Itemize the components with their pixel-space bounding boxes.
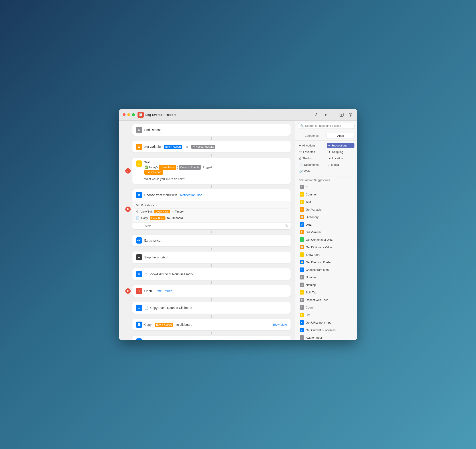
end-repeat-container: ↻ End Repeat — [132, 124, 291, 136]
action-nothing[interactable]: □ Nothing — [298, 281, 355, 289]
cat-favorites[interactable]: ♡ Favorites — [298, 149, 325, 155]
view-edit-block[interactable]: ≡ ⏱ View/Edit Event Noun in Timery — [132, 268, 291, 280]
cat-location[interactable]: ➤ Location — [327, 156, 355, 161]
action-url[interactable]: 🔗 URL — [298, 221, 355, 228]
number-icon: # — [300, 275, 304, 280]
action-if[interactable]: Y If — [298, 183, 355, 191]
minimize-button[interactable] — [127, 113, 130, 116]
titlebar-actions — [314, 112, 354, 118]
choose-menu-label: Choose from Menu — [306, 268, 331, 271]
action-repeat-each[interactable]: ↻ Repeat with Each — [298, 296, 355, 304]
open-time-icon: ⏱ — [136, 288, 142, 294]
tab-categories[interactable]: Categories — [298, 133, 326, 139]
menu-block[interactable]: ≡ Choose from menu with Notification Tit… — [132, 189, 291, 229]
media-icon: ♪ — [328, 163, 330, 166]
action-set-variable[interactable]: X Set Variable — [298, 228, 355, 236]
action-get-variable[interactable]: X Get Variable — [298, 206, 355, 213]
end-repeat-icon: ↻ — [136, 127, 142, 133]
action-number[interactable]: # Number — [298, 274, 355, 281]
set-variable-icon2: X — [300, 230, 304, 234]
action-split-text[interactable]: ≡ Split Text — [298, 289, 355, 296]
text-block-content: Text ✅ Today's Event Noun ( Count of Eve… — [144, 160, 287, 181]
stop-shortcut-container: ■ Stop this shortcut — [132, 252, 291, 263]
exit-shortcut-container: OK Exit shortcut — [132, 235, 291, 246]
open-time-block[interactable]: ⏱ Open Time Entries — [132, 285, 291, 297]
copy-clipboard-icon: ≡ — [136, 305, 142, 311]
stop-shortcut-block[interactable]: ■ Stop this shortcut — [132, 252, 291, 263]
tab-apps[interactable]: Apps — [327, 133, 355, 139]
if-icon: Y — [300, 185, 304, 189]
cat-scripting[interactable]: ✦ Scripting — [327, 149, 355, 155]
info-icon[interactable] — [347, 112, 354, 118]
set-variable-container: X Set variable Event Report to ↻ Repeat … — [132, 141, 291, 152]
get-file-folder-label: Get File from Folder — [306, 261, 332, 264]
cat-all-actions[interactable]: ≡ All Actions — [298, 143, 325, 148]
text-body: ✅ Today's Event Noun ( Count of Events )… — [144, 165, 287, 175]
checkmark-icon: ✅ — [144, 166, 148, 169]
add-icon[interactable] — [338, 112, 345, 118]
menu-footer: + − 3 items ⓘ — [132, 223, 291, 229]
repeat-each-label: Repeat with Each — [306, 298, 328, 302]
cat-documents[interactable]: 📄 Documents — [298, 162, 325, 168]
action-list[interactable]: ≡ List — [298, 311, 355, 319]
copy-report-block[interactable]: 📄 Copy Event Report to clipboard Show Mo… — [132, 319, 291, 331]
remove-item-btn[interactable]: − — [139, 224, 141, 228]
text-icon: ≡ — [300, 200, 304, 204]
list-label: List — [306, 313, 310, 317]
action-get-dict-value[interactable]: 📖 Get Dictionary Value — [298, 243, 355, 251]
copy-clipboard-icon2: 📄 — [144, 306, 148, 310]
split-text-label: Split Text — [306, 291, 318, 294]
action-choose-menu[interactable]: ≡ Choose from Menu — [298, 266, 355, 274]
end-repeat-block[interactable]: ↻ End Repeat — [132, 124, 291, 136]
ask-input-icon: ? — [300, 335, 304, 340]
action-show-alert[interactable]: ! Show Alert — [298, 251, 355, 258]
cat-sharing[interactable]: ⎙ Sharing — [298, 156, 325, 161]
count-events-tag: Count of Events — [179, 165, 201, 170]
exit-shortcut-label2: Exit shortcut — [144, 239, 161, 242]
scripting-label: Scripting — [332, 150, 343, 154]
split-text-icon: ≡ — [300, 290, 304, 295]
connector-8 — [211, 298, 212, 301]
repeat-results-tag: ↻ Repeat Results — [191, 145, 215, 149]
set-variable-text1: Set variable — [144, 145, 162, 148]
action-get-file-folder[interactable]: 📁 Get File from Folder — [298, 258, 355, 266]
menu-item-copy: 📄 Copy Event Noun to Clipboard — [135, 215, 288, 221]
close-button[interactable] — [123, 113, 126, 116]
suggestions-icon: + — [328, 144, 330, 147]
action-dictionary[interactable]: 📖 Dictionary — [298, 213, 355, 221]
play-button[interactable] — [322, 112, 329, 118]
action-text[interactable]: ≡ Text — [298, 198, 355, 206]
comment-label: Comment — [306, 193, 318, 196]
connector-5 — [211, 247, 212, 250]
connector-4 — [211, 231, 212, 233]
get-current-ip-label: Get Current IP Address — [306, 328, 336, 332]
action-get-contents-url[interactable]: ↓ Get Contents of URL — [298, 236, 355, 243]
get-urls-input-label: Get URLs from Input — [306, 321, 332, 324]
text-block[interactable]: ≡ Text ✅ Today's Event Noun ( Count of E… — [132, 158, 291, 184]
action-comment[interactable]: ≡ Comment — [298, 191, 355, 198]
action-get-current-ip[interactable]: ● Get Current IP Address — [298, 326, 355, 334]
media-label: Media — [331, 163, 339, 166]
action-ask-input[interactable]: ? Ask for Input — [298, 334, 355, 340]
event-noun-tag2: Event Noun — [154, 210, 170, 213]
copy-clipboard-container: ≡ 📄 Copy Event Noun to Clipboard — [132, 302, 291, 314]
action-count[interactable]: Σ Count — [298, 304, 355, 311]
menu-item-exit: OK Exit shortcut — [135, 202, 288, 208]
cat-suggestions[interactable]: + Suggestions — [327, 143, 355, 148]
exit-shortcut-block[interactable]: OK Exit shortcut — [132, 235, 291, 246]
favorites-icon: ♡ — [299, 150, 302, 154]
search-input[interactable] — [305, 124, 352, 127]
show-more-button[interactable]: Show More — [272, 323, 287, 326]
end-menu-block[interactable]: ≡ End Menu — [132, 336, 291, 340]
share-button[interactable] — [314, 112, 320, 118]
cat-media[interactable]: ♪ Media — [327, 162, 355, 168]
nothing-icon: □ — [300, 283, 304, 287]
add-item-btn[interactable]: + — [135, 224, 137, 228]
set-variable-block[interactable]: X Set variable Event Report to ↻ Repeat … — [132, 141, 291, 152]
maximize-button[interactable] — [132, 113, 135, 116]
copy-clipboard-block[interactable]: ≡ 📄 Copy Event Noun to Clipboard — [132, 302, 291, 314]
open-time-container: 9 ⏱ Open Time Entries — [132, 285, 291, 297]
end-menu-label: End Menu — [144, 340, 159, 340]
action-get-urls-input[interactable]: ● Get URLs from Input — [298, 319, 355, 326]
cat-web[interactable]: 🔗 Web — [298, 168, 325, 174]
